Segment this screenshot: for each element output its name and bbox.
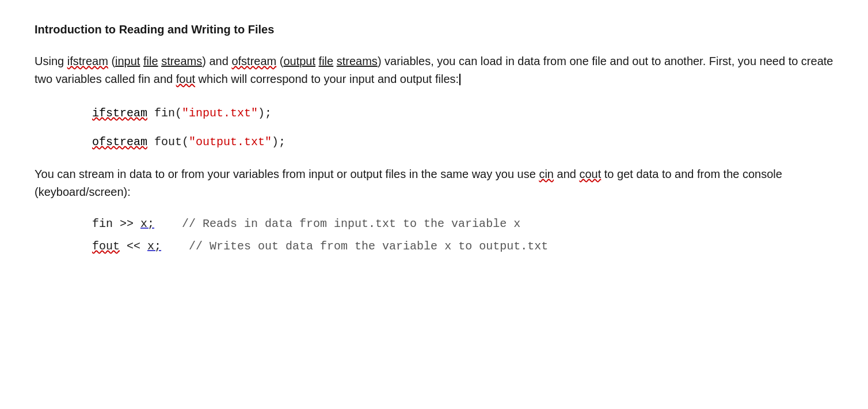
ofstream-ref: ofstream bbox=[231, 55, 276, 67]
ifstream-keyword: ifstream bbox=[92, 107, 147, 120]
comment-2: // Writes out data from the variable x t… bbox=[161, 240, 548, 253]
ifstream-ref: ifstream bbox=[67, 55, 108, 67]
page-title: Introduction to Reading and Writing to F… bbox=[35, 23, 833, 36]
output-string: "output.txt" bbox=[189, 135, 272, 149]
paragraph-1: Using ifstream (input file streams) and … bbox=[35, 52, 833, 88]
code-block-1: ifstream fin("input.txt"); ofstream fout… bbox=[92, 104, 833, 152]
streams-ref-2: streams bbox=[337, 55, 378, 67]
text-cursor bbox=[459, 74, 460, 85]
code-fin-call: fin("input.txt"); bbox=[154, 107, 272, 120]
input-ref: input bbox=[115, 55, 140, 67]
file-ref-2: file bbox=[319, 55, 334, 67]
paragraph-2: You can stream in data to or from your v… bbox=[35, 165, 833, 201]
x-var-2: x; bbox=[147, 240, 161, 253]
file-ref-1: file bbox=[143, 55, 158, 67]
fout-code: fout bbox=[92, 240, 120, 253]
code-line-4: fout << x; // Writes out data from the v… bbox=[92, 240, 833, 253]
output-ref: output bbox=[283, 55, 315, 67]
fout-inline-ref: fout bbox=[176, 73, 195, 85]
code-line-3: fin >> x; // Reads in data from input.tx… bbox=[92, 217, 833, 230]
code-line-2: ofstream fout("output.txt"); bbox=[92, 133, 833, 152]
comment-1: // Reads in data from input.txt to the v… bbox=[154, 217, 520, 230]
ofstream-keyword: ofstream bbox=[92, 135, 147, 149]
page-container: Introduction to Reading and Writing to F… bbox=[35, 23, 833, 253]
cin-ref: cin bbox=[539, 168, 554, 180]
fout-op: << bbox=[120, 240, 147, 253]
x-var-1: x; bbox=[140, 217, 154, 230]
code-line-1: ifstream fin("input.txt"); bbox=[92, 104, 833, 123]
cout-ref: cout bbox=[579, 168, 601, 180]
fin-code: fin >> bbox=[92, 217, 140, 230]
streams-ref-1: streams bbox=[161, 55, 202, 67]
code-fout-call: fout("output.txt"); bbox=[154, 135, 285, 149]
input-string: "input.txt" bbox=[182, 107, 258, 120]
code-block-2: fin >> x; // Reads in data from input.tx… bbox=[92, 217, 833, 253]
